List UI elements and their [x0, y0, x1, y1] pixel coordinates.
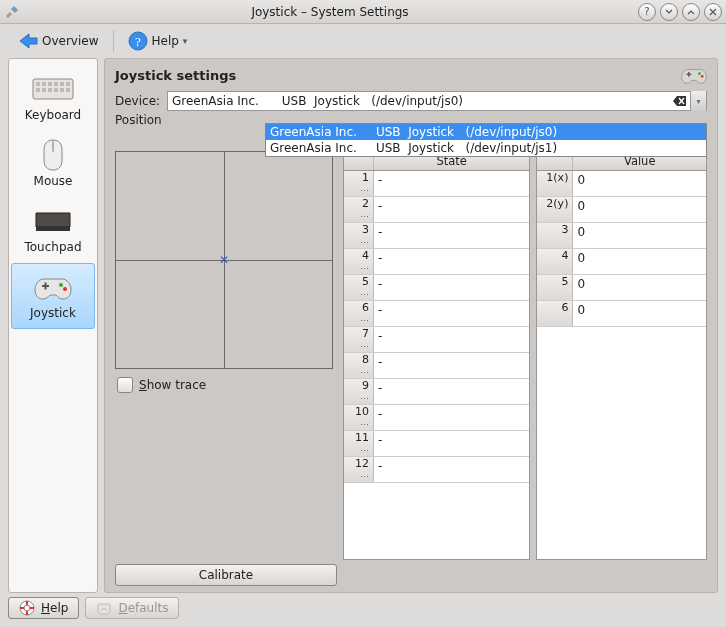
toolbar-help-label: Help: [152, 34, 179, 48]
app-icon: [4, 4, 20, 20]
device-combo-value: GreenAsia Inc. USB Joystick (/dev/input/…: [172, 94, 463, 108]
svg-rect-17: [36, 227, 53, 231]
table-row[interactable]: 40: [537, 249, 706, 275]
table-row[interactable]: 50: [537, 275, 706, 301]
sidebar-item-label: Keyboard: [12, 108, 94, 122]
svg-rect-10: [42, 88, 46, 92]
defaults-button-label: Defaults: [118, 601, 168, 615]
back-arrow-icon: [16, 31, 40, 51]
row-number: 6: [537, 301, 573, 326]
show-trace-label: Show trace: [139, 378, 206, 392]
table-row[interactable]: 2…-: [344, 197, 529, 223]
svg-point-28: [24, 605, 30, 611]
sidebar-item-touchpad[interactable]: Touchpad: [9, 197, 97, 263]
table-row[interactable]: 4…-: [344, 249, 529, 275]
device-option[interactable]: GreenAsia Inc. USB Joystick (/dev/input/…: [266, 124, 706, 140]
device-option[interactable]: GreenAsia Inc. USB Joystick (/dev/input/…: [266, 140, 706, 156]
row-number: 8…: [344, 353, 374, 378]
row-number: 7…: [344, 327, 374, 352]
svg-point-24: [701, 75, 704, 78]
settings-panel: Joystick settings Device: GreenAsia Inc.…: [104, 58, 718, 593]
svg-text:?: ?: [135, 34, 141, 49]
state-table: State 1…-2…-3…-4…-5…-6…-7…-8…-9…-10…-11……: [343, 151, 530, 560]
calibrate-button[interactable]: Calibrate: [115, 564, 337, 586]
svg-rect-8: [66, 82, 70, 86]
row-number: 4: [537, 249, 573, 274]
table-row[interactable]: 2(y)0: [537, 197, 706, 223]
svg-rect-4: [42, 82, 46, 86]
table-row[interactable]: 9…-: [344, 379, 529, 405]
sidebar-item-label: Mouse: [12, 174, 94, 188]
table-row[interactable]: 30: [537, 223, 706, 249]
row-number: 1(x): [537, 171, 573, 196]
calibrate-label: Calibrate: [199, 568, 253, 582]
table-row[interactable]: 10…-: [344, 405, 529, 431]
state-cell: -: [374, 223, 529, 248]
close-button[interactable]: [704, 3, 722, 21]
overview-button[interactable]: Overview: [8, 29, 107, 53]
toolbar-separator: [113, 30, 114, 52]
row-number: 5…: [344, 275, 374, 300]
toolbar-help-button[interactable]: ? Help ▾: [120, 29, 196, 53]
state-cell: -: [374, 327, 529, 352]
mouse-icon: [12, 138, 94, 172]
table-row[interactable]: 8…-: [344, 353, 529, 379]
svg-rect-11: [48, 88, 52, 92]
sidebar-item-label: Joystick: [14, 306, 92, 320]
row-number: 3: [537, 223, 573, 248]
clear-icon[interactable]: [672, 93, 688, 109]
table-row[interactable]: 7…-: [344, 327, 529, 353]
state-cell: -: [374, 457, 529, 482]
keyboard-icon: [12, 72, 94, 106]
svg-rect-3: [36, 82, 40, 86]
table-row[interactable]: 1(x)0: [537, 171, 706, 197]
help-icon: ?: [128, 31, 148, 51]
defaults-icon: [96, 600, 112, 616]
table-row[interactable]: 6…-: [344, 301, 529, 327]
state-cell: -: [374, 379, 529, 404]
row-number: 11…: [344, 431, 374, 456]
device-combo[interactable]: GreenAsia Inc. USB Joystick (/dev/input/…: [167, 91, 707, 111]
device-label: Device:: [115, 94, 167, 108]
help-button[interactable]: Help: [8, 597, 79, 619]
row-number: 6…: [344, 301, 374, 326]
chevron-down-icon[interactable]: ▾: [690, 91, 706, 111]
touchpad-icon: [12, 204, 94, 238]
svg-point-19: [59, 283, 63, 287]
value-cell: 0: [573, 197, 706, 222]
show-trace-checkbox[interactable]: [117, 377, 133, 393]
category-sidebar: Keyboard Mouse Touchpad Joystick: [8, 58, 98, 593]
state-cell: -: [374, 249, 529, 274]
dropdown-arrow-icon: ▾: [183, 36, 188, 46]
sidebar-item-label: Touchpad: [12, 240, 94, 254]
svg-rect-16: [52, 144, 53, 150]
sidebar-item-keyboard[interactable]: Keyboard: [9, 65, 97, 131]
state-cell: -: [374, 301, 529, 326]
table-row[interactable]: 5…-: [344, 275, 529, 301]
main-toolbar: Overview ? Help ▾: [0, 24, 726, 58]
joystick-icon: [14, 270, 92, 304]
sidebar-item-mouse[interactable]: Mouse: [9, 131, 97, 197]
svg-rect-22: [45, 283, 47, 290]
svg-rect-13: [60, 88, 64, 92]
help-window-button[interactable]: ?: [638, 3, 656, 21]
svg-rect-12: [54, 88, 58, 92]
table-row[interactable]: 11…-: [344, 431, 529, 457]
table-row[interactable]: 60: [537, 301, 706, 327]
device-dropdown-list[interactable]: GreenAsia Inc. USB Joystick (/dev/input/…: [265, 123, 707, 157]
maximize-button[interactable]: [682, 3, 700, 21]
table-row[interactable]: 12…-: [344, 457, 529, 483]
row-number: 2(y): [537, 197, 573, 222]
help-lifebuoy-icon: [19, 600, 35, 616]
row-number: 3…: [344, 223, 374, 248]
state-cell: -: [374, 197, 529, 222]
table-row[interactable]: 3…-: [344, 223, 529, 249]
value-cell: 0: [573, 171, 706, 196]
sidebar-item-joystick[interactable]: Joystick: [11, 263, 95, 329]
minimize-button[interactable]: [660, 3, 678, 21]
state-cell: -: [374, 405, 529, 430]
defaults-button[interactable]: Defaults: [85, 597, 179, 619]
table-row[interactable]: 1…-: [344, 171, 529, 197]
gamepad-icon: [681, 65, 707, 85]
state-cell: -: [374, 275, 529, 300]
